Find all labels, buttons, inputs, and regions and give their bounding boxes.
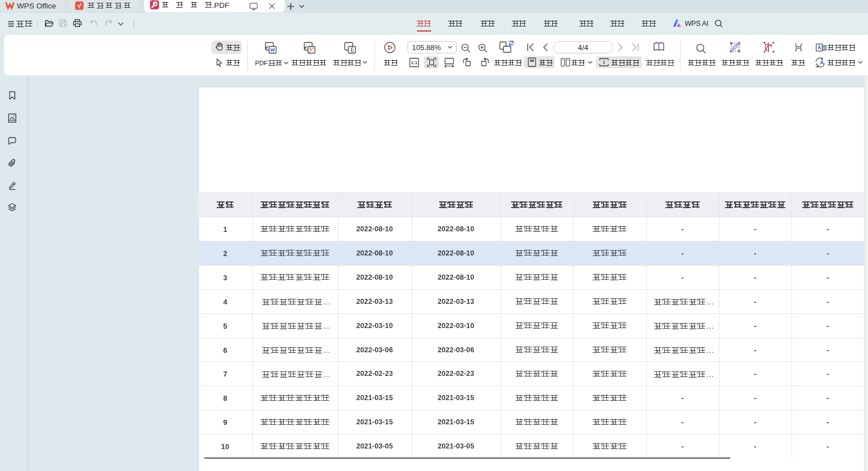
svg-text:1:1: 1:1 [411, 60, 418, 65]
